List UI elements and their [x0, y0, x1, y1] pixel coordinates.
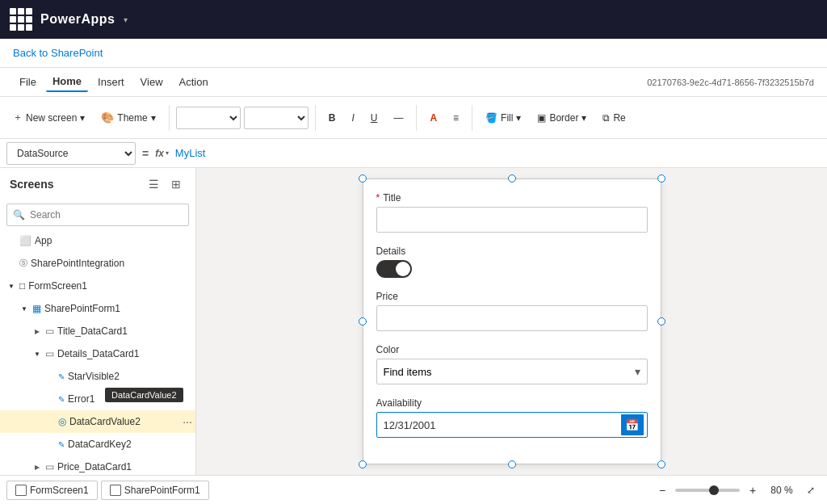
color-field-label: Color	[376, 344, 648, 355]
handle-top-right[interactable]	[657, 174, 665, 183]
app-grid-icon[interactable]	[10, 8, 32, 31]
theme-icon: 🎨	[101, 111, 114, 124]
title-input[interactable]	[376, 207, 648, 233]
formula-bar: DataSource = fx ▾	[0, 139, 827, 168]
zoom-out-button[interactable]: −	[653, 481, 672, 500]
screens-title: Screens	[10, 178, 53, 191]
tree-item-details-card[interactable]: ▼ ▭ Details_DataCard1	[0, 342, 195, 365]
back-to-sharepoint-link[interactable]: Back to SharePoint	[13, 47, 103, 59]
tree-item-datacardvalue2[interactable]: ◎ DataCardValue2 ···	[0, 410, 195, 433]
ribbon-separator-4	[472, 105, 472, 131]
price-input[interactable]	[376, 305, 648, 331]
italic-button[interactable]: I	[345, 109, 360, 127]
app-chevron-icon[interactable]: ▾	[124, 15, 128, 24]
starvisible2-icon: ✎	[58, 372, 65, 381]
zoom-controls: − + 80 % ⤢	[653, 481, 821, 500]
tree-item-datacardkey2[interactable]: ✎ DataCardKey2	[0, 433, 195, 456]
strikethrough-button[interactable]: —	[387, 109, 409, 127]
details-toggle-container	[376, 260, 648, 278]
color-field-group: Color Find items ▾	[376, 344, 648, 384]
fit-button[interactable]: ⤢	[801, 481, 821, 500]
availability-date-value: 12/31/2001	[384, 419, 618, 431]
menu-file[interactable]: File	[13, 73, 43, 91]
color-dropdown-arrow-icon: ▾	[635, 365, 640, 378]
handle-bottom[interactable]	[508, 460, 516, 468]
menu-home[interactable]: Home	[46, 72, 88, 92]
datacardvalue2-tooltip: DataCardValue2	[105, 388, 183, 402]
details-card-icon: ▭	[45, 348, 54, 359]
datacardkey2-label: DataCardKey2	[68, 439, 195, 450]
form-preview: * Title Details Price	[363, 178, 661, 464]
availability-field-group: Availability 12/31/2001 📅	[376, 397, 648, 438]
tree-item-app[interactable]: ⬜ App	[0, 229, 195, 252]
ribbon: ＋ New screen ▾ 🎨 Theme ▾ B I U — A ≡ 🪣 F…	[0, 97, 827, 139]
fx-icon: fx	[155, 148, 164, 159]
spform1-label: SharePointForm1	[44, 303, 195, 314]
tab-sharepointform1[interactable]: SharePointForm1	[101, 481, 209, 500]
menu-view[interactable]: View	[134, 73, 170, 91]
handle-bottom-left[interactable]	[359, 460, 367, 468]
reorder-button[interactable]: ⧉ Re	[596, 109, 632, 127]
tree-item-title-card[interactable]: ▶ ▭ Title_DataCard1	[0, 320, 195, 342]
fill-chevron-icon: ▾	[516, 112, 521, 124]
menu-action[interactable]: Action	[173, 73, 215, 91]
price-card-expand-icon: ▶	[32, 462, 42, 472]
tab-formscreen1[interactable]: FormScreen1	[6, 481, 98, 500]
formula-input[interactable]	[175, 142, 821, 165]
fill-button[interactable]: 🪣 Fill ▾	[479, 109, 527, 127]
tree-item-starvisible2[interactable]: ✎ StarVisible2	[0, 365, 195, 388]
font-family-select[interactable]	[176, 107, 241, 129]
title-required-marker: *	[376, 192, 380, 204]
tree-item-error1[interactable]: ✎ Error1 DataCardValue2	[0, 388, 195, 410]
border-button[interactable]: ▣ Border ▾	[531, 109, 593, 127]
search-box: 🔍	[6, 204, 189, 226]
tree: ⬜ App ⓢ SharePointIntegration ▼ □ FormSc…	[0, 229, 195, 475]
underline-button[interactable]: U	[364, 109, 384, 127]
border-icon: ▣	[537, 112, 546, 124]
spi-label: SharePointIntegration	[31, 258, 195, 269]
font-size-select[interactable]	[244, 107, 309, 129]
tab-sharepointform1-icon	[110, 485, 121, 496]
formscreen1-label: FormScreen1	[28, 280, 195, 292]
search-icon: 🔍	[13, 209, 25, 220]
new-screen-chevron-icon: ▾	[80, 112, 85, 124]
handle-bottom-right[interactable]	[657, 460, 665, 468]
price-field-group: Price	[376, 291, 648, 331]
datacardvalue2-more-button[interactable]: ···	[179, 414, 195, 430]
handle-left[interactable]	[359, 317, 367, 326]
availability-date-field: 12/31/2001 📅	[376, 412, 648, 438]
handle-right[interactable]	[657, 317, 665, 326]
starvisible2-expand-icon	[45, 372, 55, 381]
handle-top[interactable]	[508, 174, 516, 183]
grid-view-icon[interactable]: ⊞	[166, 174, 186, 194]
search-input[interactable]	[6, 204, 189, 226]
zoom-in-button[interactable]: +	[743, 481, 762, 500]
border-chevron-icon: ▾	[581, 112, 586, 124]
toggle-knob	[396, 262, 410, 276]
handle-top-left[interactable]	[359, 174, 367, 183]
title-label-text: Title	[383, 192, 401, 204]
new-screen-button[interactable]: ＋ New screen ▾	[6, 107, 91, 128]
theme-button[interactable]: 🎨 Theme ▾	[94, 108, 162, 127]
font-color-button[interactable]: A	[423, 109, 443, 127]
details-toggle[interactable]	[376, 260, 412, 278]
align-button[interactable]: ≡	[447, 109, 465, 127]
tab-formscreen1-icon	[15, 485, 27, 496]
tree-item-price-card[interactable]: ▶ ▭ Price_DataCard1	[0, 456, 195, 475]
bold-button[interactable]: B	[322, 109, 342, 127]
title-card-expand-icon: ▶	[32, 326, 42, 336]
app-title: PowerApps	[40, 12, 115, 27]
tree-item-formscreen1[interactable]: ▼ □ FormScreen1	[0, 275, 195, 297]
list-view-icon[interactable]: ☰	[144, 174, 163, 194]
spform1-expand-icon: ▼	[19, 304, 29, 313]
tree-item-spform1[interactable]: ▼ ▦ SharePointForm1	[0, 297, 195, 320]
title-field-group: * Title	[376, 192, 648, 233]
menu-insert[interactable]: Insert	[91, 73, 131, 91]
zoom-slider[interactable]	[675, 489, 740, 492]
calendar-button[interactable]: 📅	[621, 414, 644, 435]
tree-item-spi[interactable]: ⓢ SharePointIntegration	[0, 252, 195, 275]
datasource-select[interactable]: DataSource	[6, 142, 136, 165]
spi-expand-icon	[6, 258, 16, 268]
fx-button[interactable]: fx ▾	[155, 148, 169, 159]
color-dropdown[interactable]: Find items ▾	[376, 359, 648, 384]
